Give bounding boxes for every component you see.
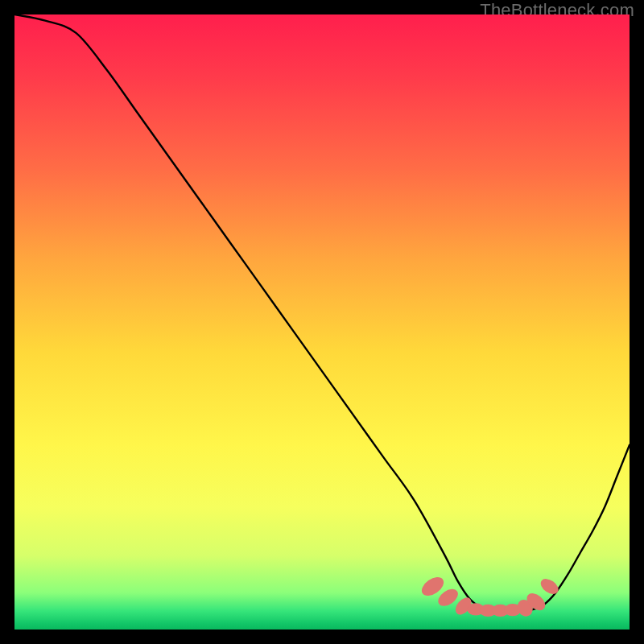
chart-stage: TheBottleneck.com (0, 0, 644, 644)
optimal-band-markers (419, 573, 561, 619)
bottleneck-curve (14, 14, 630, 611)
plot-area (14, 14, 630, 630)
curve-svg (14, 14, 630, 630)
curve-marker (538, 576, 561, 597)
